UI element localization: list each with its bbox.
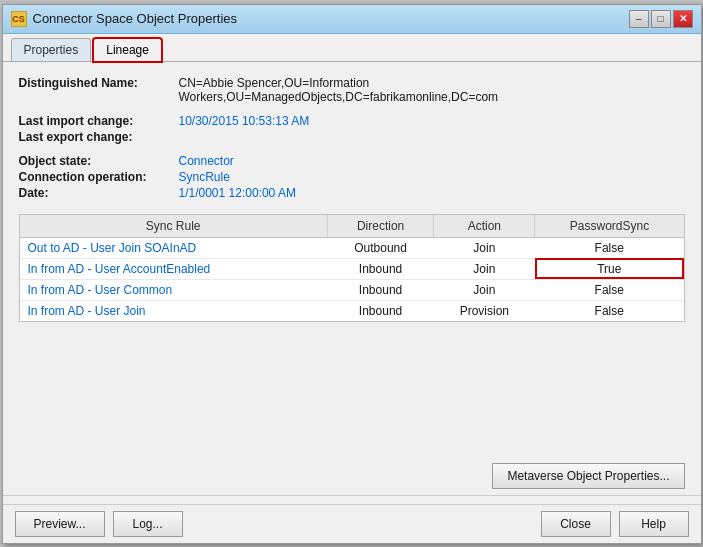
col-direction: Direction bbox=[327, 215, 433, 238]
log-button[interactable]: Log... bbox=[113, 511, 183, 537]
direction-cell: Inbound bbox=[327, 300, 433, 321]
last-import-value: 10/30/2015 10:53:13 AM bbox=[179, 114, 685, 128]
footer-left-buttons: Preview... Log... bbox=[15, 511, 183, 537]
table-header-row: Sync Rule Direction Action PasswordSync bbox=[20, 215, 684, 238]
metaverse-object-properties-button[interactable]: Metaverse Object Properties... bbox=[492, 463, 684, 489]
object-state-label: Object state: bbox=[19, 154, 179, 168]
minimize-button[interactable]: – bbox=[629, 10, 649, 28]
sync-rule-cell: In from AD - User AccountEnabled bbox=[20, 258, 328, 279]
last-import-row: Last import change: 10/30/2015 10:53:13 … bbox=[19, 114, 685, 128]
maximize-button[interactable]: □ bbox=[651, 10, 671, 28]
window-icon: CS bbox=[11, 11, 27, 27]
content-area: Distinguished Name: CN=Abbie Spencer,OU=… bbox=[3, 62, 701, 457]
table-row: In from AD - User JoinInboundProvisionFa… bbox=[20, 300, 684, 321]
connection-operation-label: Connection operation: bbox=[19, 170, 179, 184]
password-sync-cell: True bbox=[535, 258, 684, 279]
sync-rule-cell: In from AD - User Join bbox=[20, 300, 328, 321]
object-state-value: Connector bbox=[179, 154, 685, 168]
action-cell: Join bbox=[434, 279, 535, 300]
date-row: Date: 1/1/0001 12:00:00 AM bbox=[19, 186, 685, 200]
metaverse-button-row: Metaverse Object Properties... bbox=[3, 457, 701, 495]
footer-separator bbox=[3, 495, 701, 496]
tab-lineage[interactable]: Lineage bbox=[93, 38, 162, 62]
sync-table-container: Sync Rule Direction Action PasswordSync … bbox=[19, 214, 685, 322]
sync-rule-cell: In from AD - User Common bbox=[20, 279, 328, 300]
connection-operation-row: Connection operation: SyncRule bbox=[19, 170, 685, 184]
date-value: 1/1/0001 12:00:00 AM bbox=[179, 186, 685, 200]
date-label: Date: bbox=[19, 186, 179, 200]
tab-bar: Properties Lineage bbox=[3, 34, 701, 62]
direction-cell: Inbound bbox=[327, 258, 433, 279]
preview-button[interactable]: Preview... bbox=[15, 511, 105, 537]
direction-cell: Outbound bbox=[327, 237, 433, 258]
table-row: Out to AD - User Join SOAInADOutboundJoi… bbox=[20, 237, 684, 258]
direction-cell: Inbound bbox=[327, 279, 433, 300]
table-row: In from AD - User AccountEnabledInboundJ… bbox=[20, 258, 684, 279]
table-row: In from AD - User CommonInboundJoinFalse bbox=[20, 279, 684, 300]
object-state-row: Object state: Connector bbox=[19, 154, 685, 168]
connection-operation-value: SyncRule bbox=[179, 170, 685, 184]
main-window: CS Connector Space Object Properties – □… bbox=[2, 4, 702, 544]
password-sync-cell: False bbox=[535, 237, 684, 258]
sync-table: Sync Rule Direction Action PasswordSync … bbox=[20, 215, 684, 321]
col-action: Action bbox=[434, 215, 535, 238]
last-export-row: Last export change: bbox=[19, 130, 685, 144]
window-title: Connector Space Object Properties bbox=[33, 11, 238, 26]
distinguished-name-row: Distinguished Name: CN=Abbie Spencer,OU=… bbox=[19, 76, 685, 104]
footer-right-buttons: Close Help bbox=[541, 511, 689, 537]
action-cell: Provision bbox=[434, 300, 535, 321]
distinguished-name-value: CN=Abbie Spencer,OU=Information Workers,… bbox=[179, 76, 685, 104]
title-controls: – □ ✕ bbox=[629, 10, 693, 28]
action-cell: Join bbox=[434, 258, 535, 279]
password-sync-cell: False bbox=[535, 279, 684, 300]
close-window-button[interactable]: ✕ bbox=[673, 10, 693, 28]
tab-properties[interactable]: Properties bbox=[11, 38, 92, 61]
sync-rule-cell: Out to AD - User Join SOAInAD bbox=[20, 237, 328, 258]
action-cell: Join bbox=[434, 237, 535, 258]
close-button[interactable]: Close bbox=[541, 511, 611, 537]
last-export-label: Last export change: bbox=[19, 130, 179, 144]
help-button[interactable]: Help bbox=[619, 511, 689, 537]
title-bar-left: CS Connector Space Object Properties bbox=[11, 11, 238, 27]
col-sync-rule: Sync Rule bbox=[20, 215, 328, 238]
distinguished-name-label: Distinguished Name: bbox=[19, 76, 179, 90]
last-import-label: Last import change: bbox=[19, 114, 179, 128]
title-bar: CS Connector Space Object Properties – □… bbox=[3, 5, 701, 34]
col-password-sync: PasswordSync bbox=[535, 215, 684, 238]
password-sync-cell: False bbox=[535, 300, 684, 321]
footer-bar: Preview... Log... Close Help bbox=[3, 504, 701, 543]
